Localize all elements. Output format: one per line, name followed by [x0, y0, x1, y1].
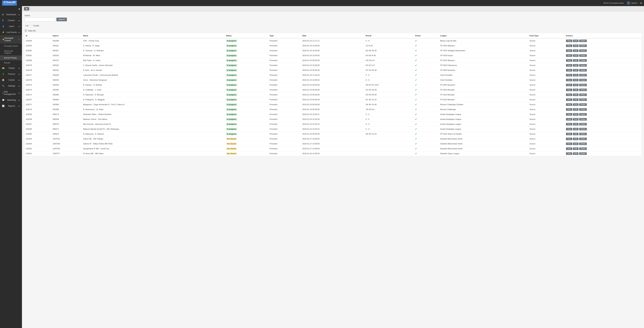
delete-button[interactable]: Delete [579, 49, 587, 52]
view-button[interactable]: View [566, 45, 572, 47]
sidebar-sub-prematch-events[interactable]: Prematch events [0, 44, 22, 49]
edit-button[interactable]: Edit [573, 74, 578, 76]
search-input[interactable] [25, 18, 55, 22]
sidebar-item-live-events[interactable]: ⚡ Live Events ▶ [0, 29, 22, 35]
delete-button[interactable]: Delete [579, 103, 587, 106]
edit-button[interactable]: Edit [573, 84, 578, 86]
delete-button[interactable]: Delete [579, 128, 587, 130]
view-button[interactable]: View [566, 93, 572, 96]
sidebar-item-dashboard[interactable]: ⊞ Dashboard ▶ [0, 12, 22, 18]
delete-button[interactable]: Delete [579, 152, 587, 155]
view-button[interactable]: View [566, 40, 572, 42]
edit-button[interactable]: Edit [573, 123, 578, 125]
delete-button[interactable]: Delete [579, 147, 587, 150]
home-button[interactable]: 🏠 [24, 7, 29, 11]
delete-button[interactable]: Delete [579, 89, 587, 91]
sidebar-item-risk-management[interactable]: ⚠ Risk management ▶ [0, 89, 22, 97]
view-button[interactable]: View [566, 123, 572, 125]
edit-button[interactable]: Edit [573, 108, 578, 111]
cell-date: 2019-01-24 10:40:00 [301, 43, 364, 48]
edit-button[interactable]: Edit [573, 118, 578, 120]
delete-button[interactable]: Delete [579, 142, 587, 145]
sidebar-sub-events-printing[interactable]: Events Printing [0, 55, 22, 60]
delete-button[interactable]: Delete [579, 133, 587, 135]
delete-button[interactable]: Delete [579, 113, 587, 116]
view-button[interactable]: View [566, 84, 572, 86]
delete-button[interactable]: Delete [579, 118, 587, 120]
view-button[interactable]: View [566, 54, 572, 57]
sidebar-item-content[interactable]: ☰ Content ▶ [0, 18, 22, 24]
sidebar-item-tickets[interactable]: 🎫 Tickets ▶ [0, 65, 22, 71]
delete-button[interactable]: Delete [579, 108, 587, 111]
table-row: 103266 590271 Malavan Bandar Anzali FC -… [25, 127, 641, 131]
view-button[interactable]: View [566, 69, 572, 72]
sidebar-toggle[interactable]: ◀ [0, 6, 22, 12]
delete-button[interactable]: Delete [579, 45, 587, 47]
view-button[interactable]: View [566, 64, 572, 67]
delete-button[interactable]: Delete [579, 59, 587, 62]
edit-button[interactable]: Edit [573, 79, 578, 81]
sidebar-sub-results[interactable]: Results [0, 60, 22, 65]
edit-button[interactable]: Edit [573, 64, 578, 67]
view-button[interactable]: View [566, 59, 572, 62]
view-button[interactable]: View [566, 133, 572, 135]
edit-button[interactable]: Edit [573, 59, 578, 62]
delete-button[interactable]: Delete [579, 40, 587, 42]
search-button[interactable]: Search [56, 18, 67, 21]
view-button[interactable]: View [566, 108, 572, 111]
view-button[interactable]: View [566, 142, 572, 145]
delete-button[interactable]: Delete [579, 123, 587, 125]
view-button[interactable]: View [566, 103, 572, 106]
delete-button[interactable]: Delete [579, 79, 587, 81]
cell-status: In progress [225, 102, 268, 107]
sidebar-item-marketing[interactable]: 💬 Marketing ▶ [0, 97, 22, 103]
delete-button[interactable]: Delete [579, 74, 587, 76]
edit-button[interactable]: Edit [573, 89, 578, 91]
cell-name: A. Pellegrino - E. Maggioli [82, 97, 225, 102]
view-button[interactable]: View [566, 113, 572, 116]
edit-button[interactable]: Edit [573, 49, 578, 52]
edit-button[interactable]: Edit [573, 138, 578, 140]
view-button[interactable]: View [566, 74, 572, 76]
edit-button[interactable]: Edit [573, 147, 578, 150]
sidebar-item-users[interactable]: 👤 Users ▶ [0, 24, 22, 29]
sidebar-item-finance[interactable]: 💲 Finance ▶ [0, 71, 22, 77]
edit-button[interactable]: Edit [573, 103, 578, 106]
sidebar-item-casino[interactable]: 🎰 Casino ▶ [0, 77, 22, 83]
user-info[interactable]: 👤 admin1 [626, 1, 638, 5]
view-button[interactable]: View [566, 128, 572, 130]
edit-button[interactable]: Edit [573, 152, 578, 155]
list-link[interactable]: List [25, 24, 29, 27]
view-button[interactable]: View [566, 147, 572, 150]
sidebar-item-reports[interactable]: 📊 Reports ▶ [0, 103, 22, 109]
edit-button[interactable]: Edit [573, 45, 578, 47]
create-link[interactable]: Create [32, 24, 40, 27]
view-button[interactable]: View [566, 152, 572, 155]
edit-button[interactable]: Edit [573, 54, 578, 57]
view-button[interactable]: View [566, 138, 572, 140]
delete-button[interactable]: Delete [579, 93, 587, 96]
edit-button[interactable]: Edit [573, 128, 578, 130]
edit-button[interactable]: Edit [573, 142, 578, 145]
edit-button[interactable]: Edit [573, 40, 578, 42]
delete-button[interactable]: Delete [579, 84, 587, 86]
delete-button[interactable]: Delete [579, 54, 587, 57]
edit-button[interactable]: Edit [573, 113, 578, 116]
view-button[interactable]: View [566, 98, 572, 101]
sidebar-item-prematch-events[interactable]: ⚡ Prematch Events ▼ [0, 35, 22, 44]
view-button[interactable]: View [566, 49, 572, 52]
delete-button[interactable]: Delete [579, 138, 587, 140]
delete-button[interactable]: Delete [579, 64, 587, 67]
delete-button[interactable]: Delete [579, 98, 587, 101]
view-button[interactable]: View [566, 89, 572, 91]
sidebar-item-settings[interactable]: 🔧 Settings ▶ [0, 83, 22, 89]
edit-button[interactable]: Edit [573, 93, 578, 96]
view-button[interactable]: View [566, 79, 572, 81]
sidebar-sub-sports-leagues[interactable]: Sports and Leagues [0, 49, 22, 55]
view-button[interactable]: View [566, 118, 572, 120]
edit-button[interactable]: Edit [573, 133, 578, 135]
edit-button[interactable]: Edit [573, 98, 578, 101]
edit-button[interactable]: Edit [573, 69, 578, 72]
logout-icon[interactable]: ⏻ [640, 2, 642, 4]
delete-button[interactable]: Delete [579, 69, 587, 72]
